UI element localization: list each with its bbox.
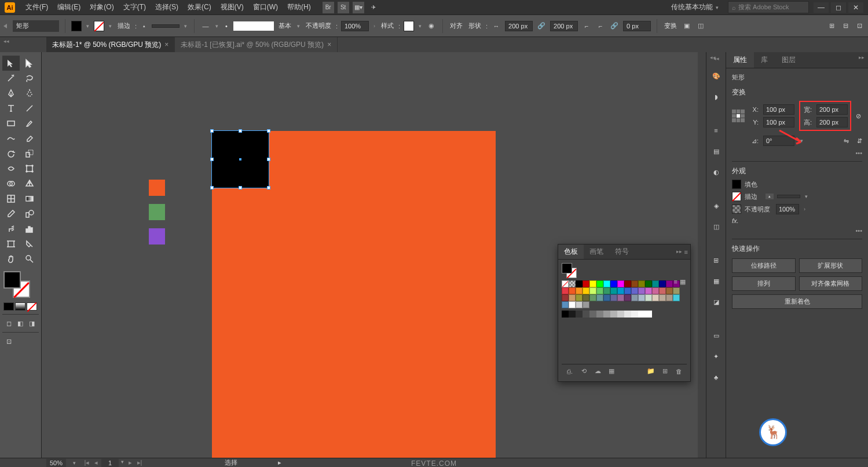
grid-view-icon[interactable]: ▦ [680,278,686,286]
swatch-cell[interactable] [624,311,631,318]
more-options-icon[interactable]: ••• [855,149,862,156]
swatch-cell[interactable] [638,287,645,294]
color-mode-none[interactable] [27,302,37,311]
type-tool[interactable] [2,101,20,116]
color-mode-solid[interactable] [3,302,14,311]
mini-green-swatch[interactable] [149,204,165,220]
menu-view[interactable]: 视图(V) [216,0,248,14]
width-field[interactable]: 200 px [505,21,533,31]
swatch-cell[interactable] [610,294,617,301]
shape-label[interactable]: 形状 [468,21,481,30]
current-colors[interactable] [562,263,577,278]
color-mode-gradient[interactable] [15,302,25,311]
flip-h-icon[interactable]: ⇋ [844,137,849,145]
swatch-cell[interactable] [569,294,576,301]
curvature-tool[interactable] [21,86,38,101]
fill-swatch2[interactable] [732,180,741,189]
new-swatch-icon[interactable]: ⊞ [660,367,669,376]
swatch-cell[interactable] [583,294,589,301]
swatch-cell[interactable] [624,294,631,301]
next-artboard[interactable]: ▸ [126,459,134,467]
close-tab-icon[interactable]: × [164,41,169,49]
mini-purple-swatch[interactable] [149,228,165,245]
swatch-cell[interactable] [596,287,603,294]
w-field[interactable]: 200 px [816,104,848,115]
selected-rectangle[interactable] [211,130,269,188]
symbol-sprayer-tool[interactable] [2,221,20,236]
stock-icon[interactable]: St [338,2,349,13]
slice-tool[interactable] [21,236,38,251]
swatch-cell[interactable] [569,280,576,287]
brushes-tab[interactable]: 画笔 [584,245,609,259]
recolor-icon[interactable]: ◉ [426,21,437,31]
column-graph-tool[interactable] [21,221,38,236]
swatch-cell[interactable] [610,280,617,287]
link-wh-icon[interactable]: 🔗 [536,21,547,31]
swatch-cell[interactable] [562,301,569,308]
reference-point[interactable] [732,110,745,122]
swatch-row[interactable] [562,294,687,301]
resize-handle[interactable] [210,186,214,189]
zoom-tool[interactable] [21,251,38,267]
tab-layers[interactable]: 图层 [775,52,803,68]
rectangle-tool[interactable] [2,116,20,131]
y-field[interactable]: 100 px [763,117,794,127]
stroke-swatch[interactable] [94,21,104,31]
arrange-docs-icon[interactable]: ▦▾ [353,2,364,13]
blend-tool[interactable] [21,206,38,221]
swatch-cell[interactable] [638,294,645,301]
swatch-cell[interactable] [645,287,652,294]
workspace-selector[interactable]: 传统基本功能 ▾ [668,1,723,13]
shaper-tool[interactable] [2,131,20,146]
swatch-cell[interactable] [638,311,645,318]
resize-handle[interactable] [239,129,242,133]
stroke-stepper[interactable]: ▴ [766,194,774,199]
symbols-tab[interactable]: 符号 [609,245,635,259]
swatch-libraries-icon[interactable]: ⎙. [565,367,574,376]
perspective-tool[interactable] [21,176,38,191]
swatch-cell[interactable] [645,311,652,318]
isolate-icon[interactable]: ▣ [682,21,692,31]
swatch-options-icon[interactable]: ☁ [593,367,602,376]
draw-mode-behind[interactable]: ◧ [15,318,25,329]
swatch-cell[interactable] [596,280,603,287]
swatch-cell[interactable] [659,287,666,294]
panel-toggle-left[interactable]: ◂◂ [3,38,9,44]
swatch-cell[interactable] [666,287,673,294]
swatch-cell[interactable] [617,280,624,287]
selection-tool[interactable] [2,56,20,71]
swatch-cell[interactable] [576,301,583,308]
h-field[interactable]: 200 px [816,117,848,127]
align-panel-icon[interactable]: ⊞ [710,254,723,267]
swatch-cell[interactable] [624,280,631,287]
swatch-kind-icon[interactable]: ⟲ [579,367,588,376]
graphic-styles-icon[interactable]: ◫ [710,220,723,233]
flip-v-icon[interactable]: ⇵ [857,137,862,145]
swatch-cell[interactable] [576,280,583,287]
close-tab-icon[interactable]: × [327,41,331,49]
swatch-row[interactable] [562,287,687,294]
swatch-cell[interactable] [583,287,589,294]
swatch-cell[interactable] [645,294,652,301]
corner-icon[interactable]: ⌐ [581,21,592,31]
gray-row[interactable] [562,311,687,318]
swatch-cell[interactable] [610,311,617,318]
swatch-cell[interactable] [631,280,638,287]
list-view-icon[interactable]: ≡ [674,278,677,286]
swatch-cell[interactable] [583,311,589,318]
opacity-field[interactable]: 100% [341,21,369,31]
fx-label[interactable]: fx. [732,217,739,224]
swatch-cell[interactable] [562,280,569,287]
rotate-tool[interactable] [2,146,20,161]
stroke-weight-field2[interactable] [777,195,800,198]
window-minimize[interactable]: — [814,2,829,13]
collapse-left-icon[interactable] [3,24,7,28]
brushes-icon2[interactable]: ▭ [710,329,723,342]
swatch-cell[interactable] [583,301,589,308]
swatch-cell[interactable] [659,280,666,287]
swatch-cell[interactable] [603,294,610,301]
swatch-cell[interactable] [576,294,583,301]
swatch-cell[interactable] [659,294,666,301]
swatch-cell[interactable] [596,294,603,301]
draw-mode-normal[interactable]: ◻ [3,318,14,329]
